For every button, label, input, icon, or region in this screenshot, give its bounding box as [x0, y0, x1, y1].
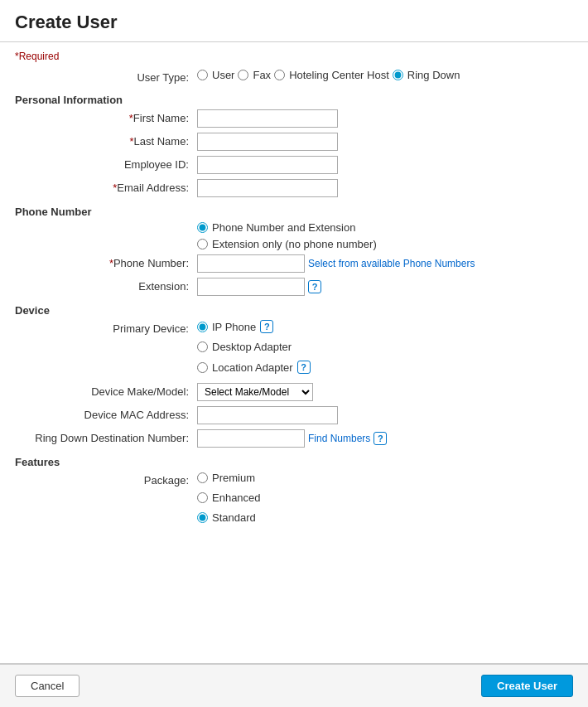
extension-row: Extension: ? — [15, 278, 573, 296]
device-ip-phone-option: IP Phone ? — [197, 320, 273, 333]
device-make-model-select[interactable]: Select Make/Model — [197, 383, 313, 401]
package-premium-option: Premium — [197, 472, 255, 484]
device-make-model-label: Device Make/Model: — [15, 383, 197, 398]
primary-device-field: IP Phone ? Desktop Adapter Location Adap… — [197, 320, 573, 378]
primary-device-row: Primary Device: IP Phone ? Desktop Adapt… — [15, 320, 573, 378]
employee-id-field — [197, 156, 573, 174]
ring-down-dest-input[interactable] — [197, 429, 305, 448]
user-type-row: User Type: User Fax Hoteling Center Host… — [15, 69, 573, 85]
phone-extonly-radio[interactable] — [197, 239, 208, 249]
device-desktop-radio[interactable] — [197, 341, 208, 352]
user-type-hoteling-option: Hoteling Center Host — [274, 69, 389, 81]
user-type-fax-option: Fax — [238, 69, 271, 81]
extension-label: Extension: — [15, 278, 197, 293]
phone-extonly-option: Extension only (no phone number) — [197, 238, 573, 250]
user-type-ringdown-label: Ring Down — [407, 69, 460, 81]
first-name-input[interactable] — [197, 109, 338, 128]
device-section-label: Device — [15, 304, 573, 317]
personal-info-section: Personal Information — [15, 94, 573, 106]
last-name-field — [197, 133, 573, 151]
user-type-ringdown-radio[interactable] — [393, 70, 403, 80]
phone-ext-both-radio[interactable] — [197, 222, 208, 233]
phone-extonly-label: Extension only (no phone number) — [212, 238, 377, 250]
page-title: Create User — [0, 0, 588, 42]
user-type-hoteling-radio[interactable] — [274, 70, 285, 80]
first-name-field — [197, 109, 573, 128]
user-type-user-label: User — [212, 69, 234, 81]
phone-ext-option: Phone Number and Extension — [197, 221, 573, 234]
email-input[interactable] — [197, 179, 338, 197]
page-container: Create User *Required User Type: User Fa… — [0, 0, 588, 707]
device-make-model-field: Select Make/Model — [197, 383, 573, 401]
package-standard-label: Standard — [212, 511, 256, 524]
phone-number-label: *Phone Number: — [15, 254, 197, 269]
package-premium-label: Premium — [212, 472, 255, 484]
ring-down-dest-label: Ring Down Destination Number: — [15, 429, 197, 444]
package-standard-radio[interactable] — [197, 512, 208, 523]
package-field: Premium Enhanced Standard — [197, 472, 573, 528]
employee-id-row: Employee ID: — [15, 156, 573, 174]
find-numbers-link[interactable]: Find Numbers — [308, 433, 370, 444]
email-label: *Email Address: — [15, 179, 197, 194]
email-row: *Email Address: — [15, 179, 573, 197]
user-type-user-option: User — [197, 69, 234, 81]
device-mac-field — [197, 406, 573, 424]
extension-help-icon[interactable]: ? — [308, 280, 321, 293]
last-name-input[interactable] — [197, 133, 338, 151]
package-enhanced-label: Enhanced — [212, 492, 261, 504]
cancel-button[interactable]: Cancel — [15, 675, 80, 697]
device-desktop-option: Desktop Adapter — [197, 341, 292, 353]
package-premium-radio[interactable] — [197, 472, 208, 483]
phone-number-field: Select from available Phone Numbers — [197, 254, 573, 273]
ring-down-dest-field: Find Numbers ? — [197, 429, 573, 448]
last-name-label: *Last Name: — [15, 133, 197, 148]
phone-ext-both-label: Phone Number and Extension — [212, 221, 355, 234]
features-section: Features — [15, 456, 573, 468]
user-type-fax-label: Fax — [253, 69, 271, 81]
required-note: *Required — [15, 51, 573, 62]
package-row: Package: Premium Enhanced Standard — [15, 472, 573, 528]
first-name-row: *First Name: — [15, 109, 573, 128]
user-type-ringdown-option: Ring Down — [393, 69, 460, 81]
employee-id-label: Employee ID: — [15, 156, 197, 171]
device-make-model-row: Device Make/Model: Select Make/Model — [15, 383, 573, 401]
device-mac-row: Device MAC Address: — [15, 406, 573, 424]
user-type-fax-radio[interactable] — [238, 70, 248, 80]
first-name-req: * — [129, 112, 133, 124]
user-type-label: User Type: — [15, 69, 197, 84]
phone-options-group: Phone Number and Extension Extension onl… — [197, 221, 573, 250]
phone-section: Phone Number — [15, 206, 573, 218]
last-name-req: * — [129, 135, 133, 148]
phone-req: * — [109, 257, 113, 269]
email-field — [197, 179, 573, 197]
select-phone-link[interactable]: Select from available Phone Numbers — [308, 258, 475, 269]
employee-id-input[interactable] — [197, 156, 338, 174]
phone-number-input[interactable] — [197, 254, 305, 273]
device-location-radio[interactable] — [197, 362, 208, 373]
phone-section-label: Phone Number — [15, 206, 573, 218]
extension-input[interactable] — [197, 278, 305, 296]
package-standard-option: Standard — [197, 511, 256, 524]
features-section-label: Features — [15, 456, 573, 468]
device-section: Device — [15, 304, 573, 317]
user-type-user-radio[interactable] — [197, 70, 208, 80]
package-enhanced-option: Enhanced — [197, 492, 261, 504]
user-type-field: User Fax Hoteling Center Host Ring Down — [197, 69, 573, 85]
user-type-hoteling-label: Hoteling Center Host — [289, 69, 389, 81]
find-numbers-help-icon[interactable]: ? — [374, 432, 387, 445]
footer-bar: Cancel Create User — [0, 664, 588, 707]
device-mac-input[interactable] — [197, 406, 338, 424]
device-mac-label: Device MAC Address: — [15, 406, 197, 421]
device-ip-phone-radio[interactable] — [197, 322, 208, 332]
form-area: *Required User Type: User Fax Hoteling C… — [0, 42, 588, 664]
location-adapter-help-icon[interactable]: ? — [297, 361, 311, 374]
extension-field: ? — [197, 278, 573, 296]
last-name-row: *Last Name: — [15, 133, 573, 151]
device-location-label: Location Adapter — [212, 361, 293, 374]
device-location-option: Location Adapter ? — [197, 361, 311, 374]
personal-info-section-label: Personal Information — [15, 94, 573, 106]
create-user-button[interactable]: Create User — [481, 675, 573, 697]
primary-device-label: Primary Device: — [15, 320, 197, 335]
ip-phone-help-icon[interactable]: ? — [260, 320, 273, 333]
package-enhanced-radio[interactable] — [197, 492, 208, 503]
